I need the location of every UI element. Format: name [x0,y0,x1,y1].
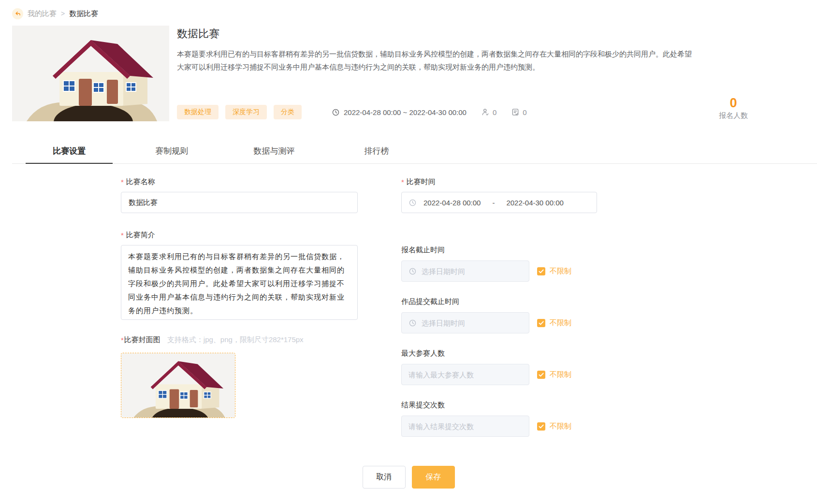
breadcrumb: 我的比赛 > 数据比赛 [12,0,817,19]
max-participants-label: 最大参赛人数 [401,349,597,358]
form-right-column: * 比赛时间 2022-04-28 00:00 - 2022-04-30 00:… [401,177,597,437]
cover-format-hint: 支持格式：jpg、png，限制尺寸282*175px [167,335,304,345]
tab-leaderboard[interactable]: 排行榜 [333,145,420,164]
label-text: 比赛名称 [126,177,155,187]
member-count: 0 [493,108,496,116]
signup-summary: 0 报名人数 [718,96,748,120]
competition-name-label: * 比赛名称 [121,177,358,186]
label-text: 比赛时间 [407,177,436,187]
member-counter: 0 [481,108,496,116]
clock-icon [408,267,417,275]
result-submit-times-input [401,416,529,437]
max-participants-row: 不限制 [401,364,597,385]
tag-badge: 深度学习 [225,105,267,119]
checkbox-checked-icon [537,371,545,379]
header-main: 数据比赛 本赛题要求利用已有的与目标客群稍有差异的另一批信贷数据，辅助目标业务风… [177,26,748,121]
checkbox-checked-icon [537,422,545,431]
unlimited-label: 不限制 [550,318,571,328]
competition-name-input[interactable] [121,192,358,213]
signup-deadline-row: 不限制 [401,260,597,282]
competition-intro-textarea[interactable]: 本赛题要求利用已有的与目标客群稍有差异的另一批信贷数据，辅助目标业务风控模型的创… [121,245,358,320]
competition-intro-label: * 比赛简介 [121,230,358,239]
label-text: 比赛简介 [126,230,155,240]
label-text: 比赛封面图 [124,335,160,345]
max-participants-number-input [408,371,522,379]
document-check-icon [511,108,520,116]
competition-intro-field: * 比赛简介 本赛题要求利用已有的与目标客群稍有差异的另一批信贷数据，辅助目标业… [121,230,358,322]
competition-time-field: * 比赛时间 2022-04-28 00:00 - 2022-04-30 00:… [401,177,597,213]
tag-badge: 分类 [274,105,302,119]
form-left-column: * 比赛名称 * 比赛简介 本赛题要求利用已有的与目标客群稍有差异的另一批信贷数… [121,177,358,437]
competition-description: 本赛题要求利用已有的与目标客群稍有差异的另一批信贷数据，辅助目标业务风控模型的创… [177,47,694,73]
end-date-value: 2022-04-30 00:00 [506,199,563,207]
unlimited-label: 不限制 [550,422,571,431]
signup-deadline-input [401,260,529,282]
label-text: 报名截止时间 [401,245,445,255]
signup-deadline-field: 报名截止时间 不限制 [401,245,597,282]
competition-time-range: 2022-04-28 00:00 ~ 2022-04-30 00:00 [332,108,467,116]
competition-name-field: * 比赛名称 [121,177,358,213]
unlimited-label: 不限制 [550,370,571,379]
submission-counter: 0 [511,108,526,116]
cover-upload-label: * 比赛封面图 支持格式：jpg、png，限制尺寸282*175px [121,335,358,344]
competition-detail-page: 我的比赛 > 数据比赛 数据比赛 本赛题要求利用已有的与目标客群稍有差异的另一批… [0,0,817,489]
breadcrumb-current: 数据比赛 [69,9,98,18]
result-submit-times-row: 不限制 [401,416,597,437]
work-deadline-datepicker [422,319,522,327]
cover-upload-field: * 比赛封面图 支持格式：jpg、png，限制尺寸282*175px [121,335,358,418]
tab-data-evaluation[interactable]: 数据与测评 [231,145,318,164]
max-participants-field: 最大参赛人数 不限制 [401,349,597,385]
required-asterisk: * [121,336,124,344]
signup-count: 0 [718,96,748,110]
form-actions: 取消 保存 [0,466,817,489]
header-meta-row: 数据处理 深度学习 分类 2022-04-28 00:00 ~ 2022-04-… [177,105,748,121]
required-asterisk: * [401,178,404,186]
tab-bar: 比赛设置 赛制规则 数据与测评 排行榜 [12,142,817,164]
unlimited-label: 不限制 [550,267,571,276]
label-text: 结果提交次数 [401,401,445,410]
breadcrumb-my-competitions[interactable]: 我的比赛 [28,9,57,18]
max-participants-input [401,364,529,385]
clock-icon [408,319,417,327]
signup-deadline-label: 报名截止时间 [401,245,597,254]
tab-rules[interactable]: 赛制规则 [128,145,215,164]
checkbox-checked-icon [537,267,545,275]
page-title: 数据比赛 [177,27,748,41]
competition-time-label: * 比赛时间 [401,177,597,186]
work-deadline-row: 不限制 [401,312,597,333]
date-range-picker[interactable]: 2022-04-28 00:00 - 2022-04-30 00:00 [401,192,597,213]
breadcrumb-separator: > [61,10,65,17]
competition-cover-image [12,26,169,121]
result-submit-times-label: 结果提交次数 [401,401,597,409]
time-range-text: 2022-04-28 00:00 ~ 2022-04-30 00:00 [344,108,467,116]
signup-count-label: 报名人数 [718,111,748,120]
person-check-icon [481,108,490,116]
range-separator: - [492,199,495,207]
required-asterisk: * [121,178,124,186]
checkbox-checked-icon [537,319,545,327]
work-deadline-field: 作品提交截止时间 不限制 [401,297,597,333]
max-participants-unlimited-checkbox[interactable]: 不限制 [537,370,571,379]
cover-upload-preview[interactable] [121,353,235,418]
result-submit-times-unlimited-checkbox[interactable]: 不限制 [537,422,571,431]
save-button[interactable]: 保存 [412,466,455,489]
label-text: 作品提交截止时间 [401,297,459,306]
result-submit-times-number-input [408,422,522,431]
back-arrow-icon[interactable] [12,8,23,19]
settings-form: * 比赛名称 * 比赛简介 本赛题要求利用已有的与目标客群稍有差异的另一批信贷数… [12,177,817,437]
work-deadline-label: 作品提交截止时间 [401,297,597,306]
clock-icon [332,108,340,116]
required-asterisk: * [121,231,124,239]
result-submit-times-field: 结果提交次数 不限制 [401,401,597,437]
tab-competition-settings[interactable]: 比赛设置 [26,145,113,164]
submission-count: 0 [523,108,526,116]
signup-deadline-datepicker [422,267,522,275]
label-text: 最大参赛人数 [401,349,445,358]
clock-icon [408,199,417,207]
competition-header: 数据比赛 本赛题要求利用已有的与目标客群稍有差异的另一批信贷数据，辅助目标业务风… [12,26,748,121]
work-deadline-input [401,312,529,333]
signup-deadline-unlimited-checkbox[interactable]: 不限制 [537,267,571,276]
cancel-button[interactable]: 取消 [363,466,406,489]
work-deadline-unlimited-checkbox[interactable]: 不限制 [537,318,571,328]
start-date-value: 2022-04-28 00:00 [423,199,481,207]
